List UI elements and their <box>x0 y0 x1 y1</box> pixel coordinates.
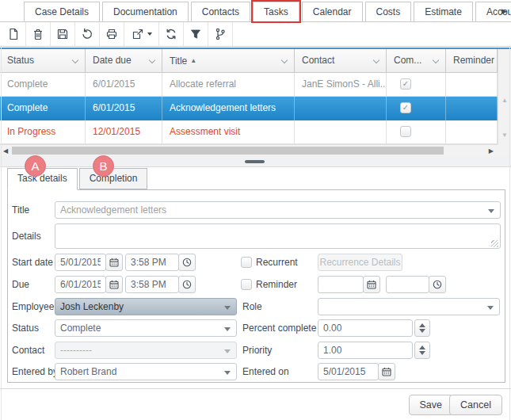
splitter-grip-icon[interactable] <box>245 160 265 163</box>
column-filter-chevron-icon[interactable] <box>72 57 78 63</box>
column-filter-chevron-icon[interactable] <box>281 57 288 63</box>
entered-by-label: Entered by <box>12 363 58 380</box>
scroll-down-icon[interactable]: ▼ <box>501 132 508 139</box>
reminder-label: Reminder <box>256 276 297 293</box>
cancel-button[interactable]: Cancel <box>449 395 502 415</box>
role-combo[interactable] <box>318 298 500 315</box>
due-time-clock-button[interactable] <box>178 276 196 293</box>
complete-checkbox[interactable] <box>400 126 411 137</box>
entered-on-calendar-button[interactable] <box>378 363 395 380</box>
reminder-checkbox[interactable] <box>241 279 252 290</box>
resize-grip-icon[interactable] <box>491 240 498 247</box>
scroll-left-icon[interactable]: ◀ <box>3 147 8 155</box>
reminder-time-input[interactable] <box>386 276 429 293</box>
tab-tasks[interactable]: Tasks <box>253 2 299 21</box>
recurrent-checkbox[interactable] <box>241 257 252 268</box>
tab-calendar[interactable]: Calendar <box>302 2 363 21</box>
status-combo[interactable]: Complete <box>55 319 237 337</box>
contact-combo[interactable]: ---------- <box>55 342 237 359</box>
recurrent-label: Recurrent <box>256 254 298 271</box>
tab-completion[interactable]: Completion <box>79 168 148 189</box>
details-label: Details <box>12 227 41 245</box>
sort-ascending-icon: ▲ <box>190 57 196 64</box>
column-header-complete[interactable]: Com... <box>387 49 446 72</box>
column-filter-chevron-icon[interactable] <box>373 57 379 63</box>
table-row[interactable]: Complete 6/01/2015 Allocate referral Jan… <box>0 73 498 97</box>
column-header-date-due[interactable]: Date due <box>86 49 162 72</box>
calendar-icon <box>109 258 119 267</box>
chevron-down-icon <box>488 209 494 213</box>
start-time-input[interactable] <box>125 254 179 271</box>
reminder-date-calendar-button[interactable] <box>363 276 380 293</box>
right-edge <box>509 48 510 420</box>
details-textarea[interactable] <box>55 223 501 249</box>
tab-scroll-right-icon[interactable]: ▶ <box>501 7 507 15</box>
export-button[interactable] <box>124 22 159 46</box>
new-document-icon <box>7 28 20 40</box>
table-row-selected[interactable]: Complete 6/01/2015 Acknowledgement lette… <box>0 97 498 120</box>
title-label: Title <box>12 201 29 219</box>
scroll-up-icon[interactable]: ▲ <box>501 97 508 104</box>
export-dropdown-caret-icon[interactable] <box>147 32 152 36</box>
task-details-panel: Title Acknowledgement letters Details St… <box>7 189 505 383</box>
tab-estimate[interactable]: Estimate <box>414 2 473 21</box>
branch-icon <box>214 28 227 40</box>
reminder-time-clock-button[interactable] <box>429 276 446 293</box>
scroll-right-icon[interactable]: ▶ <box>489 147 494 155</box>
save-button[interactable]: Save <box>409 395 454 415</box>
chevron-down-icon <box>224 306 231 310</box>
column-filter-chevron-icon[interactable] <box>433 57 439 63</box>
reminder-date-input[interactable] <box>318 276 364 293</box>
column-filter-chevron-icon[interactable] <box>149 57 155 63</box>
complete-checkbox[interactable]: ✓ <box>400 102 411 113</box>
pane-splitter[interactable] <box>0 156 511 167</box>
trash-icon <box>32 28 44 40</box>
spin-down-icon[interactable] <box>419 329 425 333</box>
due-time-input[interactable] <box>125 276 179 293</box>
entered-on-input[interactable] <box>318 363 379 380</box>
priority-input[interactable] <box>318 342 413 359</box>
percent-complete-input[interactable] <box>318 319 413 337</box>
print-icon <box>105 28 118 40</box>
percent-complete-stepper[interactable] <box>414 319 430 337</box>
chevron-down-icon <box>487 306 494 310</box>
start-time-clock-button[interactable] <box>178 254 196 271</box>
save-task-button[interactable] <box>51 22 75 46</box>
due-date-calendar-button[interactable] <box>105 276 123 293</box>
complete-checkbox[interactable]: ✓ <box>400 78 411 90</box>
filter-button[interactable] <box>184 22 208 46</box>
print-button[interactable] <box>100 22 124 46</box>
title-combo[interactable]: Acknowledgement letters <box>55 201 501 219</box>
column-header-title[interactable]: Title▲ <box>162 49 295 72</box>
delete-task-button[interactable] <box>26 22 51 46</box>
start-date-input[interactable] <box>55 254 106 271</box>
column-header-status[interactable]: Status <box>0 49 86 72</box>
undo-button[interactable] <box>75 22 100 46</box>
horizontal-scrollbar[interactable]: ◀ ▶ <box>0 144 498 156</box>
employee-combo[interactable]: Josh Leckenby <box>55 298 237 315</box>
tab-case-details[interactable]: Case Details <box>24 2 100 21</box>
start-date-calendar-button[interactable] <box>105 254 123 271</box>
workflow-branch-button[interactable] <box>208 22 233 46</box>
entered-by-combo[interactable]: Robert Brand <box>55 363 237 380</box>
tab-costs[interactable]: Costs <box>365 2 412 21</box>
column-header-reminder[interactable]: Reminder <box>446 49 498 72</box>
priority-stepper[interactable] <box>414 342 430 359</box>
footer-separator <box>0 388 511 389</box>
export-icon <box>132 28 144 40</box>
tasks-toolbar <box>0 22 511 47</box>
tab-contacts[interactable]: Contacts <box>191 2 250 21</box>
scrollbar-thumb[interactable] <box>12 147 444 155</box>
spin-up-icon[interactable] <box>419 323 425 327</box>
new-task-button[interactable] <box>2 22 26 46</box>
calendar-icon <box>109 280 119 289</box>
tab-documentation[interactable]: Documentation <box>102 2 189 21</box>
status-label: Status <box>12 319 39 337</box>
due-date-input[interactable] <box>55 276 106 293</box>
table-row-overdue[interactable]: In Progress 12/01/2015 Assessment visit <box>0 120 498 144</box>
refresh-button[interactable] <box>159 22 184 46</box>
spin-down-icon[interactable] <box>419 351 425 355</box>
spin-up-icon[interactable] <box>419 346 425 349</box>
recurrence-details-button[interactable]: Recurrence Details <box>318 254 402 271</box>
column-header-contact[interactable]: Contact <box>295 49 387 72</box>
